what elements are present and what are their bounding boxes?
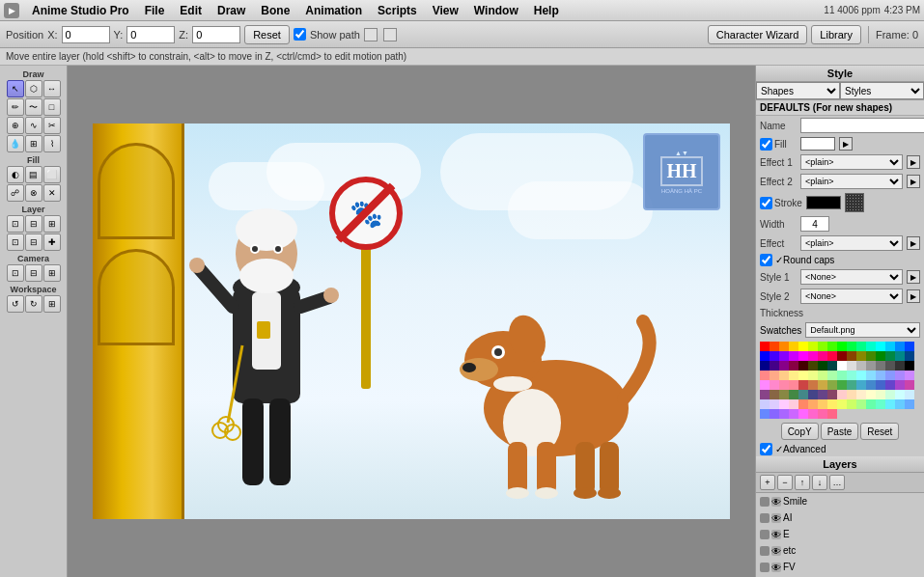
menu-draw[interactable]: Draw bbox=[210, 2, 252, 19]
palette-cell[interactable] bbox=[827, 342, 837, 351]
palette-cell[interactable] bbox=[798, 390, 808, 399]
palette-cell[interactable] bbox=[885, 380, 895, 390]
tool-layer4[interactable]: ⊡ bbox=[7, 234, 24, 251]
palette-cell[interactable] bbox=[905, 361, 914, 371]
palette-cell[interactable] bbox=[885, 342, 895, 351]
palette-cell[interactable] bbox=[818, 342, 827, 351]
palette-cell[interactable] bbox=[808, 380, 818, 390]
palette-cell[interactable] bbox=[895, 380, 905, 390]
palette-cell[interactable] bbox=[779, 342, 789, 351]
palette-cell[interactable] bbox=[808, 351, 818, 361]
tool-delete[interactable]: ✂ bbox=[43, 117, 61, 134]
palette-cell[interactable] bbox=[760, 390, 770, 399]
expand-icon[interactable] bbox=[383, 28, 397, 41]
effect2-select[interactable]: <plain> bbox=[800, 174, 903, 189]
tool-x[interactable]: ✕ bbox=[43, 184, 61, 202]
palette-cell[interactable] bbox=[866, 380, 876, 390]
palette-cell[interactable] bbox=[837, 390, 847, 399]
tool-texture[interactable]: ⬜ bbox=[43, 166, 61, 183]
palette-cell[interactable] bbox=[779, 361, 789, 371]
name-input[interactable] bbox=[800, 118, 924, 133]
palette-cell[interactable] bbox=[760, 409, 770, 419]
palette-cell[interactable] bbox=[789, 399, 798, 409]
palette-cell[interactable] bbox=[770, 409, 779, 419]
palette-cell[interactable] bbox=[760, 371, 770, 380]
tool-layer5[interactable]: ⊟ bbox=[25, 234, 42, 251]
palette-cell[interactable] bbox=[808, 342, 818, 351]
palette-cell[interactable] bbox=[866, 342, 876, 351]
palette-cell[interactable] bbox=[818, 390, 827, 399]
palette-cell[interactable] bbox=[808, 361, 818, 371]
palette-cell[interactable] bbox=[905, 342, 914, 351]
palette-cell[interactable] bbox=[847, 380, 856, 390]
palette-cell[interactable] bbox=[876, 361, 885, 371]
tool-freehand[interactable]: 〜 bbox=[25, 98, 42, 116]
stroke-checkbox[interactable] bbox=[760, 197, 772, 209]
layer-add-btn[interactable]: + bbox=[760, 475, 775, 490]
palette-cell[interactable] bbox=[895, 390, 905, 399]
palette-cell[interactable] bbox=[905, 390, 914, 399]
palette-cell[interactable] bbox=[808, 390, 818, 399]
palette-cell[interactable] bbox=[770, 351, 779, 361]
palette-cell[interactable] bbox=[808, 371, 818, 380]
palette-cell[interactable] bbox=[827, 371, 837, 380]
palette-cell[interactable] bbox=[789, 390, 798, 399]
library-button[interactable]: Library bbox=[811, 25, 861, 44]
shapes-select[interactable]: Shapes bbox=[756, 82, 840, 99]
tool-paint[interactable]: ☍ bbox=[7, 184, 24, 202]
styles-select[interactable]: Styles bbox=[840, 82, 924, 99]
show-path-checkbox[interactable] bbox=[294, 28, 306, 41]
tool-cam2[interactable]: ⊟ bbox=[25, 264, 42, 282]
palette-cell[interactable] bbox=[885, 399, 895, 409]
fill-color-swatch[interactable] bbox=[800, 137, 835, 151]
palette-cell[interactable] bbox=[789, 361, 798, 371]
palette-cell[interactable] bbox=[837, 351, 847, 361]
width-input[interactable] bbox=[800, 216, 829, 232]
layer-eye[interactable]: 👁 bbox=[771, 530, 781, 539]
layer-item[interactable]: 👁 etc bbox=[756, 542, 924, 559]
palette-cell[interactable] bbox=[818, 351, 827, 361]
menu-app[interactable]: Anime Studio Pro bbox=[25, 2, 136, 19]
palette-cell[interactable] bbox=[808, 409, 818, 419]
style2-btn[interactable]: ▶ bbox=[907, 289, 920, 303]
tool-cam1[interactable]: ⊡ bbox=[7, 264, 24, 282]
paste-button[interactable]: Paste bbox=[821, 423, 859, 440]
palette-cell[interactable] bbox=[837, 361, 847, 371]
palette-cell[interactable] bbox=[798, 371, 808, 380]
palette-cell[interactable] bbox=[779, 409, 789, 419]
palette-cell[interactable] bbox=[856, 399, 866, 409]
main-canvas[interactable]: 🐾 bbox=[93, 124, 730, 519]
palette-cell[interactable] bbox=[770, 399, 779, 409]
palette-cell[interactable] bbox=[827, 399, 837, 409]
layer-item[interactable]: 👁 Smile bbox=[756, 493, 924, 509]
palette-cell[interactable] bbox=[905, 380, 914, 390]
palette-cell[interactable] bbox=[798, 399, 808, 409]
palette-cell[interactable] bbox=[798, 409, 808, 419]
effect1-btn[interactable]: ▶ bbox=[907, 155, 920, 169]
x-input[interactable] bbox=[62, 26, 110, 43]
palette-cell[interactable] bbox=[789, 380, 798, 390]
tool-layer6[interactable]: ✚ bbox=[43, 234, 61, 251]
palette-cell[interactable] bbox=[818, 371, 827, 380]
round-caps-checkbox[interactable] bbox=[760, 254, 772, 266]
style2-select[interactable]: <None> bbox=[800, 288, 903, 304]
palette-cell[interactable] bbox=[847, 342, 856, 351]
palette-cell[interactable] bbox=[847, 390, 856, 399]
palette-cell[interactable] bbox=[789, 409, 798, 419]
tool-ws1[interactable]: ↺ bbox=[7, 295, 24, 313]
stroke-color-swatch[interactable] bbox=[806, 196, 841, 209]
layer-down-btn[interactable]: ↓ bbox=[812, 475, 827, 490]
palette-cell[interactable] bbox=[779, 371, 789, 380]
palette-cell[interactable] bbox=[818, 380, 827, 390]
show-path-icon[interactable] bbox=[364, 28, 378, 41]
z-input[interactable] bbox=[192, 26, 240, 43]
palette-cell[interactable] bbox=[905, 351, 914, 361]
tool-select[interactable]: ↖ bbox=[7, 80, 24, 97]
effect2-btn[interactable]: ▶ bbox=[907, 175, 920, 188]
palette-cell[interactable] bbox=[789, 371, 798, 380]
palette-cell[interactable] bbox=[847, 399, 856, 409]
layer-item[interactable]: 👁 FV bbox=[756, 559, 924, 575]
layer-item[interactable]: 👁 AI bbox=[756, 509, 924, 526]
menu-scripts[interactable]: Scripts bbox=[371, 2, 424, 19]
tool-cam3[interactable]: ⊞ bbox=[43, 264, 61, 282]
